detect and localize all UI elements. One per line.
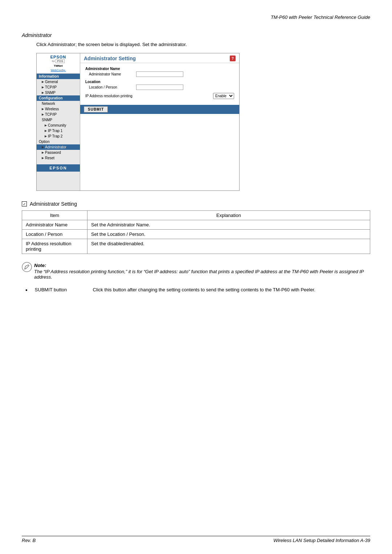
location-input[interactable]	[136, 85, 183, 90]
bullet-description: Click this button after changing the set…	[93, 287, 370, 292]
main-panel-title: Administrator Setting	[84, 56, 136, 61]
row-item: IP Address resolultion printing	[22, 239, 87, 254]
note-svg-icon	[22, 262, 32, 272]
sidebar-item-label: TCP/IP	[45, 85, 57, 89]
admin-name-group-label: Administrator Name	[85, 67, 234, 71]
sidebar-item-label: TCP/IP	[45, 112, 57, 116]
location-group-label: Location	[85, 80, 234, 84]
note-section: Note: The “IP Address resolution printin…	[22, 263, 370, 280]
arrow-icon: ▶	[42, 151, 44, 154]
table-row: Location / Person Set the Location / Per…	[22, 230, 370, 239]
location-field-label: Location / Person	[89, 85, 136, 89]
footer-right: Wireless LAN Setup Detailed Information …	[273, 538, 370, 543]
sidebar-configuration-header: Configuration	[37, 95, 80, 101]
sidebar-item-label: General	[45, 80, 58, 84]
table-section: ✓ Administrator Setting Item Explanation…	[22, 201, 370, 254]
sidebar-item-label: Reset	[45, 156, 54, 160]
sidebar-item-ip-trap2[interactable]: ▶ IP Trap 2	[37, 134, 80, 139]
table-row: IP Address resolultion printing Set the …	[22, 239, 370, 254]
sidebar-item-password[interactable]: ▶ Password	[37, 150, 80, 155]
sidebar-item-general[interactable]: ▶ General	[37, 79, 80, 85]
sidebar-item-label: Administrator	[45, 145, 66, 149]
col-explanation: Explanation	[87, 211, 370, 220]
sidebar-item-administrator[interactable]: ▶ Administrator	[37, 144, 80, 150]
arrow-icon: ▶	[42, 91, 44, 94]
ip-resolution-select[interactable]: Enable Disable	[213, 93, 234, 99]
row-explanation: Set the disabled/enabled.	[87, 239, 370, 254]
sidebar-item-label: IP Trap 2	[48, 134, 62, 138]
note-text: The “IP Address resolution printing func…	[34, 269, 370, 280]
sidebar-item-label: Wireless	[45, 107, 59, 111]
sidebar-item-label: Network	[42, 102, 55, 106]
sidebar-item-label: Password	[45, 151, 61, 155]
help-icon[interactable]: ?	[230, 56, 236, 61]
main-panel: Administrator Setting ? Administrator Na…	[80, 53, 239, 190]
row-item: Administrator Name	[22, 220, 87, 230]
bullet-title: SUBMIT button	[35, 287, 93, 292]
arrow-icon: ▶	[45, 129, 47, 132]
submit-button[interactable]: SUBMIT	[84, 106, 108, 112]
sidebar-item-snmp-info[interactable]: ▶ SNMP	[37, 90, 80, 95]
bullet-dot: •	[25, 287, 28, 294]
checkbox-icon: ✓	[22, 201, 27, 206]
sidebar-item-tcpip-info[interactable]: ▶ TCP/IP	[37, 85, 80, 90]
sidebar-item-label: SNMP	[42, 118, 52, 122]
sidebar-item-label: IP Trap 1	[48, 129, 62, 133]
pos-label: POS	[56, 59, 65, 63]
col-item: Item	[22, 211, 87, 220]
webconfig-label: WebConfig.	[51, 69, 66, 72]
table-heading: ✓ Administrator Setting	[22, 201, 370, 207]
ip-resolution-row: IP Address resolution printing Enable Di…	[85, 93, 234, 99]
sidebar-item-community[interactable]: ▶ Community	[37, 123, 80, 128]
sidebar: EPSON for POS TMNet WebConfig. Informati…	[37, 53, 80, 190]
ui-screenshot: EPSON for POS TMNet WebConfig. Informati…	[36, 53, 240, 191]
page-header: TM-P60 with Peeler Technical Reference G…	[22, 15, 370, 21]
section-title: Administrator	[22, 32, 370, 38]
arrow-icon: ▶	[42, 80, 44, 83]
note-content: Note: The “IP Address resolution printin…	[34, 263, 370, 280]
note-label: Note:	[34, 263, 46, 268]
arrow-icon: ▶	[45, 135, 47, 138]
sidebar-item-label: SNMP	[45, 91, 56, 95]
admin-name-field-label: Administrator Name	[89, 72, 136, 76]
tmnet-label: TMNet	[54, 64, 62, 67]
sidebar-item-snmp-config[interactable]: SNMP	[37, 117, 80, 123]
admin-name-row: Administrator Name	[85, 71, 234, 77]
main-header: Administrator Setting ?	[80, 53, 239, 63]
ip-resolution-label: IP Address resolution printing	[85, 94, 213, 98]
sidebar-option-header: Option	[37, 139, 80, 144]
arrow-icon: ▶	[42, 107, 44, 111]
arrow-icon: ▶	[42, 145, 44, 149]
sidebar-item-network[interactable]: Network	[37, 101, 80, 106]
intro-text: Click Administrator; the screen below is…	[36, 42, 370, 47]
arrow-icon: ▶	[45, 124, 47, 127]
sidebar-item-wireless[interactable]: ▶ Wireless	[37, 106, 80, 112]
sidebar-information-header: Information	[37, 74, 80, 79]
footer-left: Rev. B	[22, 538, 36, 543]
svg-point-0	[22, 262, 32, 272]
sidebar-epson-bottom: EPSON	[37, 164, 80, 172]
row-item: Location / Person	[22, 230, 87, 239]
note-icon	[22, 262, 32, 274]
location-group: Location Location / Person	[85, 80, 234, 90]
arrow-icon: ▶	[42, 86, 44, 89]
form-area: Administrator Name Administrator Name Lo…	[80, 63, 239, 105]
sidebar-logo: EPSON for POS TMNet WebConfig.	[37, 53, 80, 74]
sidebar-item-reset[interactable]: ▶ Reset	[37, 155, 80, 161]
header-title: TM-P60 with Peeler Technical Reference G…	[271, 15, 370, 20]
arrow-icon: ▶	[42, 156, 44, 160]
sidebar-item-tcpip-config[interactable]: ▶ TCP/IP	[37, 112, 80, 117]
submit-bar: SUBMIT	[80, 105, 239, 114]
sidebar-item-ip-trap1[interactable]: ▶ IP Trap 1	[37, 128, 80, 134]
row-explanation: Set the Location / Person.	[87, 230, 370, 239]
location-row: Location / Person	[85, 85, 234, 90]
arrow-icon: ▶	[42, 113, 44, 116]
bullet-section: • SUBMIT button Click this button after …	[22, 287, 370, 294]
epson-logo-text: EPSON	[50, 55, 66, 59]
table-heading-text: Administrator Setting	[30, 201, 77, 207]
admin-name-input[interactable]	[136, 71, 183, 77]
sidebar-item-label: Community	[48, 123, 66, 127]
data-table: Item Explanation Administrator Name Set …	[22, 210, 370, 254]
row-explanation: Set the Administrator Name.	[87, 220, 370, 230]
page-footer: Rev. B Wireless LAN Setup Detailed Infor…	[22, 536, 370, 543]
